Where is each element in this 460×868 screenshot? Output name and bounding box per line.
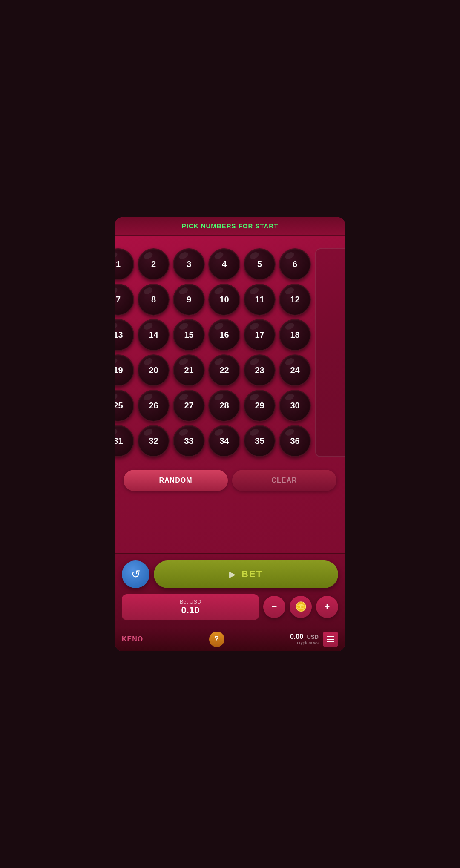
number-ball-27[interactable]: 27 bbox=[173, 390, 205, 422]
number-ball-14[interactable]: 14 bbox=[138, 319, 170, 351]
number-ball-13[interactable]: 13 bbox=[115, 319, 134, 351]
number-ball-12[interactable]: 12 bbox=[279, 284, 311, 316]
number-ball-25[interactable]: 25 bbox=[115, 390, 134, 422]
number-ball-24[interactable]: 24 bbox=[279, 354, 311, 386]
random-button[interactable]: RANDOM bbox=[124, 470, 228, 491]
number-ball-4[interactable]: 4 bbox=[208, 248, 240, 280]
balance-display: 0.00 USD cryptonews bbox=[290, 633, 319, 645]
bet-amount-box: Bet USD 0.10 bbox=[122, 594, 259, 620]
number-ball-21[interactable]: 21 bbox=[173, 354, 205, 386]
number-ball-26[interactable]: 26 bbox=[138, 390, 170, 422]
number-ball-29[interactable]: 29 bbox=[244, 390, 276, 422]
menu-icon-line2 bbox=[327, 639, 334, 640]
app-container: PICK NUMBERS FOR START 12345678910111213… bbox=[115, 217, 345, 651]
number-ball-7[interactable]: 7 bbox=[115, 284, 134, 316]
menu-icon-line1 bbox=[327, 636, 334, 637]
help-button[interactable]: ? bbox=[209, 632, 224, 647]
number-ball-10[interactable]: 10 bbox=[208, 284, 240, 316]
number-ball-23[interactable]: 23 bbox=[244, 354, 276, 386]
menu-icon-line3 bbox=[327, 641, 334, 642]
number-ball-31[interactable]: 31 bbox=[115, 425, 134, 457]
grid-wrapper: 1234567891011121314151617181920212223242… bbox=[122, 248, 338, 457]
number-ball-15[interactable]: 15 bbox=[173, 319, 205, 351]
bet-button-label: BET bbox=[242, 569, 263, 580]
number-ball-32[interactable]: 32 bbox=[138, 425, 170, 457]
number-ball-5[interactable]: 5 bbox=[244, 248, 276, 280]
number-ball-36[interactable]: 36 bbox=[279, 425, 311, 457]
balance-amount: 0.00 USD bbox=[290, 633, 319, 641]
number-ball-28[interactable]: 28 bbox=[208, 390, 240, 422]
page-title: PICK NUMBERS FOR START bbox=[182, 222, 279, 230]
game-area: 1234567891011121314151617181920212223242… bbox=[115, 236, 345, 553]
number-ball-33[interactable]: 33 bbox=[173, 425, 205, 457]
number-ball-19[interactable]: 19 bbox=[115, 354, 134, 386]
number-ball-8[interactable]: 8 bbox=[138, 284, 170, 316]
number-ball-22[interactable]: 22 bbox=[208, 354, 240, 386]
clear-button[interactable]: CLEAR bbox=[232, 470, 336, 491]
bet-button[interactable]: ▶ BET bbox=[154, 560, 338, 588]
selected-numbers-panel bbox=[315, 248, 345, 457]
number-ball-30[interactable]: 30 bbox=[279, 390, 311, 422]
number-ball-16[interactable]: 16 bbox=[208, 319, 240, 351]
number-ball-2[interactable]: 2 bbox=[138, 248, 170, 280]
bet-amount-value: 0.10 bbox=[181, 605, 200, 616]
auto-play-button[interactable]: ↺ bbox=[122, 560, 150, 588]
coin-button[interactable]: 🪙 bbox=[290, 596, 312, 618]
number-ball-3[interactable]: 3 bbox=[173, 248, 205, 280]
brand-label: cryptonews bbox=[297, 641, 319, 645]
bet-usd-label: Bet USD bbox=[180, 598, 201, 605]
number-ball-34[interactable]: 34 bbox=[208, 425, 240, 457]
number-ball-11[interactable]: 11 bbox=[244, 284, 276, 316]
number-ball-6[interactable]: 6 bbox=[279, 248, 311, 280]
menu-button[interactable] bbox=[323, 632, 338, 647]
footer-bar: KENO ? 0.00 USD cryptonews bbox=[115, 627, 345, 651]
footer-right: 0.00 USD cryptonews bbox=[290, 632, 338, 647]
auto-play-icon: ↺ bbox=[131, 568, 141, 581]
game-name-label: KENO bbox=[122, 635, 143, 643]
top-bar: PICK NUMBERS FOR START bbox=[115, 217, 345, 236]
number-ball-9[interactable]: 9 bbox=[173, 284, 205, 316]
number-ball-18[interactable]: 18 bbox=[279, 319, 311, 351]
bet-increase-button[interactable]: + bbox=[316, 596, 338, 618]
numbers-grid: 1234567891011121314151617181920212223242… bbox=[115, 248, 311, 457]
bottom-section: ↺ ▶ BET Bet USD 0.10 − 🪙 + bbox=[115, 553, 345, 627]
number-ball-17[interactable]: 17 bbox=[244, 319, 276, 351]
bet-amount-row: Bet USD 0.10 − 🪙 + bbox=[122, 594, 338, 620]
number-ball-20[interactable]: 20 bbox=[138, 354, 170, 386]
action-buttons: RANDOM CLEAR bbox=[122, 470, 338, 491]
bet-decrease-button[interactable]: − bbox=[263, 596, 285, 618]
bet-controls-row: ↺ ▶ BET bbox=[122, 560, 338, 588]
coin-icon: 🪙 bbox=[295, 601, 307, 612]
play-icon: ▶ bbox=[229, 569, 236, 579]
number-ball-1[interactable]: 1 bbox=[115, 248, 134, 280]
number-ball-35[interactable]: 35 bbox=[244, 425, 276, 457]
